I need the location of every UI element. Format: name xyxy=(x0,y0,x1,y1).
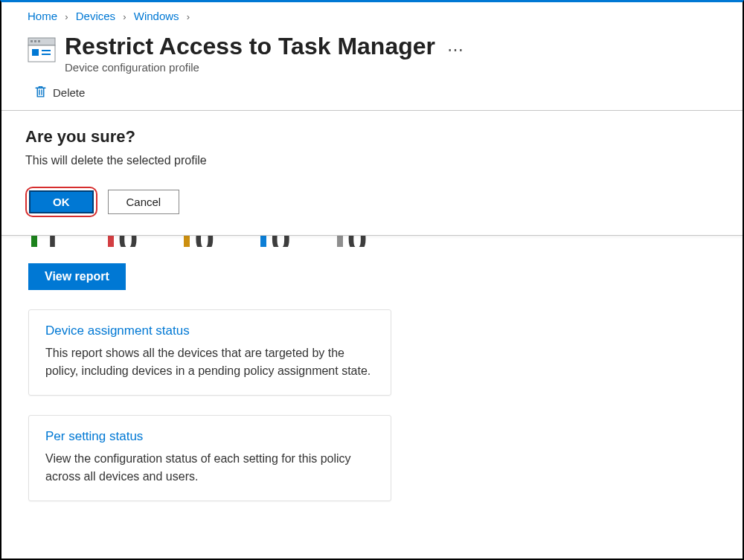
breadcrumb-home[interactable]: Home xyxy=(28,10,57,22)
profile-icon xyxy=(28,36,56,64)
breadcrumb: Home › Devices › Windows › xyxy=(1,2,743,28)
more-actions-button[interactable]: ⋯ xyxy=(447,33,465,59)
confirm-dialog: Are you sure? This will delete the selec… xyxy=(1,110,743,236)
status-bar-icon xyxy=(108,235,114,247)
chevron-right-icon: › xyxy=(187,11,190,22)
cards-section: Device assignment status This report sho… xyxy=(1,299,743,512)
page-header: Restrict Access to Task Manager Device c… xyxy=(1,28,743,84)
trash-icon xyxy=(34,86,47,100)
card-per-setting-status: Per setting status View the configuratio… xyxy=(28,415,391,501)
cancel-button[interactable]: Cancel xyxy=(108,190,180,214)
status-bar-icon xyxy=(337,235,343,247)
svg-rect-2 xyxy=(34,40,36,42)
delete-button[interactable]: Delete xyxy=(34,86,85,100)
breadcrumb-windows[interactable]: Windows xyxy=(134,10,179,22)
card-text: View the configuration status of each se… xyxy=(45,450,374,486)
card-title-link[interactable]: Per setting status xyxy=(45,429,374,444)
delete-label: Delete xyxy=(53,86,85,99)
page-subtitle: Device configuration profile xyxy=(65,61,435,74)
card-title-link[interactable]: Device assignment status xyxy=(45,324,374,338)
view-report-button[interactable]: View report xyxy=(28,263,126,290)
card-device-assignment-status: Device assignment status This report sho… xyxy=(28,309,391,396)
toolbar: Delete xyxy=(1,84,743,110)
ok-highlight: OK xyxy=(25,187,97,217)
card-text: This report shows all the devices that a… xyxy=(45,344,374,380)
page-title: Restrict Access to Task Manager xyxy=(65,33,435,60)
chevron-right-icon: › xyxy=(123,11,126,22)
chevron-right-icon: › xyxy=(65,11,68,22)
dialog-message: This will delete the selected profile xyxy=(25,154,719,167)
svg-rect-3 xyxy=(38,40,40,42)
ok-button[interactable]: OK xyxy=(29,190,94,213)
svg-rect-5 xyxy=(32,49,39,56)
status-bar-icon xyxy=(184,235,190,247)
status-bar-icon xyxy=(31,235,37,247)
svg-rect-1 xyxy=(31,40,33,42)
breadcrumb-devices[interactable]: Devices xyxy=(76,10,115,22)
status-bar-icon xyxy=(260,235,266,247)
dialog-title: Are you sure? xyxy=(25,127,719,147)
